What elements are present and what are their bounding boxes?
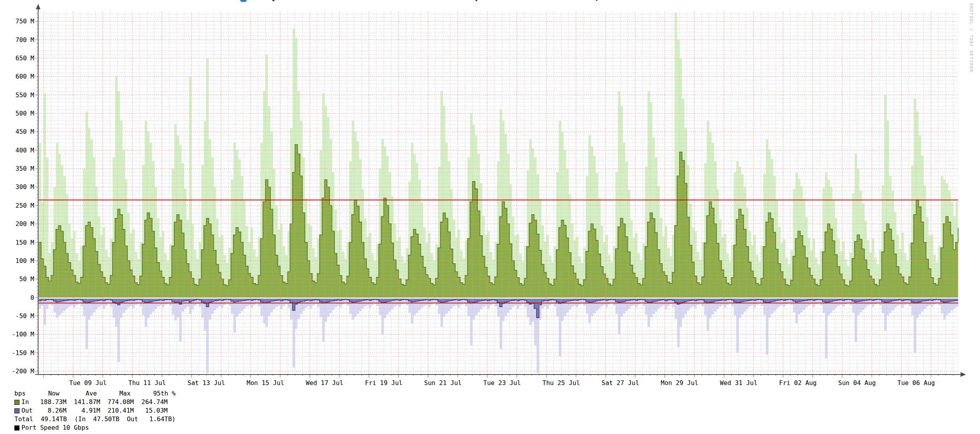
rrdtool-traffic-graph-page: 750 M700 M650 M600 M550 M500 M450 M400 M… <box>0 0 980 434</box>
y-axis-label: -100 M <box>12 331 34 338</box>
legend-header-text: bps Now Ave Max 95th % <box>14 389 176 398</box>
x-axis-label: Sat 13 Jul <box>188 379 225 387</box>
y-axis-label: 350 M <box>16 165 34 172</box>
y-axis-major-ticks <box>35 21 38 371</box>
x-axis-label: Sun 21 Jul <box>424 379 462 387</box>
port-speed-swatch <box>14 425 19 430</box>
out-series-swatch <box>14 408 19 413</box>
y-axis-label: 450 M <box>16 128 34 135</box>
y-axis-label: -200 M <box>12 368 34 375</box>
y-axis-label: 550 M <box>16 91 34 99</box>
x-axis-arrow-icon <box>961 372 966 377</box>
y-axis-label: 200 M <box>16 220 34 228</box>
in-series-swatch <box>14 400 19 405</box>
x-axis-label: Tue 23 Jul <box>483 379 521 387</box>
x-axis-label: Mon 29 Jul <box>661 379 698 387</box>
y-axis-label: -150 M <box>12 349 34 357</box>
x-axis-label: Fri 19 Jul <box>365 379 402 387</box>
y-axis-label: 250 M <box>16 202 34 209</box>
y-axis-label: 700 M <box>16 36 34 44</box>
y-axis-label: 150 M <box>16 239 34 246</box>
y-axis-label: 400 M <box>16 147 34 154</box>
legend-port-speed-text: Port Speed 10 Gbps <box>21 424 89 432</box>
y-axis-label: 300 M <box>16 183 34 191</box>
x-axis-label: Fri 02 Aug <box>779 379 817 387</box>
legend-in-text: In 188.73M 141.87M 774.08M 264.74M <box>21 398 168 406</box>
x-axis-label: Thu 25 Jul <box>543 379 580 387</box>
x-axis-label: Tue 09 Jul <box>69 379 107 387</box>
y-axis-label: 100 M <box>16 257 34 264</box>
legend-total-text: Total 49.14TB (In 47.50TB Out 1.64TB) <box>14 415 176 424</box>
legend-header-row: bps Now Ave Max 95th % <box>14 389 176 398</box>
y-axis-arrow-icon <box>36 4 40 9</box>
y-axis-label: 650 M <box>16 54 34 62</box>
chart-legend: bps Now Ave Max 95th % In 188.73M 141.87… <box>14 389 176 432</box>
traffic-chart: 750 M700 M650 M600 M550 M500 M450 M400 M… <box>0 0 980 389</box>
x-axis-label: Wed 31 Jul <box>720 379 757 387</box>
x-axis-label: Mon 15 Jul <box>247 379 284 387</box>
x-axis-label: Thu 11 Jul <box>128 379 166 387</box>
x-axis-label: Wed 17 Jul <box>306 379 343 387</box>
y-axis-label: -50 M <box>16 312 34 320</box>
legend-row-port-speed: Port Speed 10 Gbps <box>14 424 176 432</box>
x-axis-label: Tue 06 Aug <box>897 379 935 387</box>
x-axis-label: Sun 04 Aug <box>838 379 876 387</box>
y-axis-label: 50 M <box>19 275 34 283</box>
legend-out-text: Out 8.26M 4.91M 210.41M 15.03M <box>21 406 168 415</box>
legend-row-in: In 188.73M 141.87M 774.08M 264.74M <box>14 398 176 406</box>
legend-row-total: Total 49.14TB (In 47.50TB Out 1.64TB) <box>14 415 176 424</box>
y-axis-label: 750 M <box>16 18 34 25</box>
x-axis-label: Sat 27 Jul <box>602 379 639 387</box>
legend-row-out: Out 8.26M 4.91M 210.41M 15.03M <box>14 406 176 415</box>
y-axis-label: 600 M <box>16 73 34 80</box>
y-axis-label: 500 M <box>16 110 34 117</box>
rrdtool-watermark: RRDTOOL / TOBI OETIKER <box>969 3 974 73</box>
y-axis-label: 0 <box>30 294 34 301</box>
